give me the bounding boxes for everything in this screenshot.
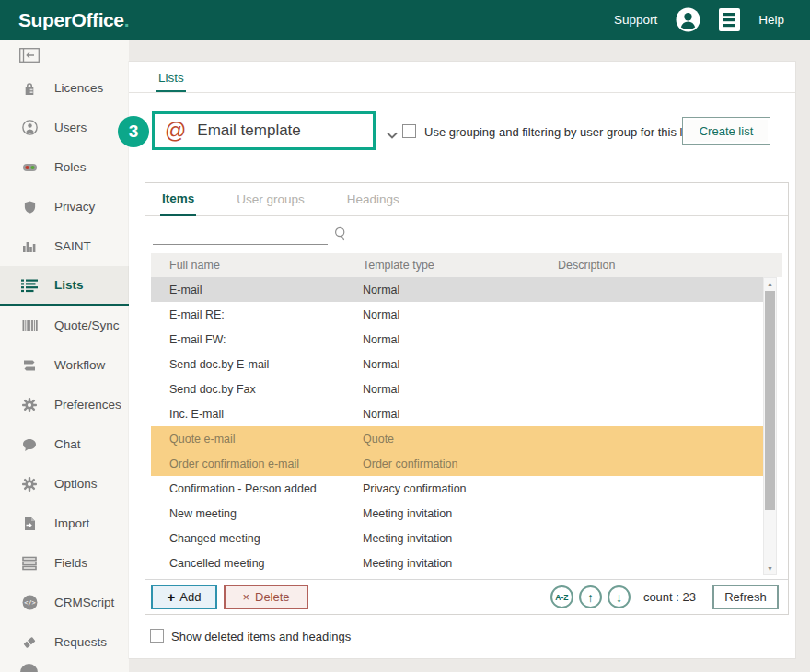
cell-full-name: Inc. E-mail xyxy=(169,408,363,421)
sidebar-item-import[interactable]: Import xyxy=(0,504,129,543)
sidebar-item-chat[interactable]: Chat xyxy=(0,424,129,464)
tab-user-groups[interactable]: User groups xyxy=(235,183,307,215)
cell-full-name: New meeting xyxy=(169,507,363,520)
ticket-icon xyxy=(20,635,39,650)
sidebar-item-licences[interactable]: Licences xyxy=(0,68,129,108)
sidebar-item-users[interactable]: Users xyxy=(0,108,129,147)
sidebar-item-label: Quote/Sync xyxy=(54,319,120,332)
search-row xyxy=(145,216,788,253)
cell-full-name: Cancelled meeting xyxy=(169,557,363,570)
sidebar-item-privacy[interactable]: Privacy xyxy=(0,187,129,226)
sidebar-item-roles[interactable]: Roles xyxy=(0,147,129,187)
table-row[interactable]: Order confirmation e-mail Order confirma… xyxy=(151,451,763,476)
grouping-checkbox[interactable] xyxy=(402,124,416,138)
column-header-full-name: Full name xyxy=(169,259,363,272)
list-selector-dropdown[interactable]: @ Email template xyxy=(152,111,376,150)
signpost-icon xyxy=(20,358,39,373)
sidebar-item-preferences[interactable]: Preferences xyxy=(0,385,129,424)
column-header-description: Description xyxy=(558,259,782,272)
table-row[interactable]: Send doc.by Fax Normal xyxy=(151,377,763,401)
cell-template-type: Quote xyxy=(363,433,558,446)
sidebar-item-requests[interactable]: Requests xyxy=(0,622,129,662)
sidebar-item-label: Roles xyxy=(54,160,87,174)
cell-full-name: Confirmation - Person added xyxy=(169,482,363,495)
menu-icon[interactable] xyxy=(719,8,740,31)
sidebar-item-quote-sync[interactable]: Quote/Sync xyxy=(0,306,129,345)
support-link[interactable]: Support xyxy=(614,13,657,27)
sidebar-collapse-icon[interactable] xyxy=(19,48,40,63)
tab-lists[interactable]: Lists xyxy=(156,71,186,92)
sidebar: Licences Users Roles Privacy SAINT Lists… xyxy=(0,40,129,672)
cell-template-type: Meeting invitation xyxy=(363,557,558,570)
cell-full-name: Quote e-mail xyxy=(169,433,363,446)
sidebar-item-fields[interactable]: Fields xyxy=(0,543,129,583)
table-body: E-mail Normal E-mail RE: Normal E-mail F… xyxy=(151,277,782,575)
step-3-badge: 3 xyxy=(118,116,149,147)
cell-full-name: Send doc.by Fax xyxy=(169,383,363,396)
barcode-icon xyxy=(20,319,39,332)
table-row[interactable]: New meeting Meeting invitation xyxy=(151,501,763,526)
tab-items[interactable]: Items xyxy=(160,183,196,216)
scroll-up-icon[interactable]: ▲ xyxy=(764,278,776,290)
cell-template-type: Normal xyxy=(363,408,558,421)
grouping-checkbox-label: Use grouping and filtering by user group… xyxy=(424,125,694,139)
cell-template-type: Normal xyxy=(363,383,558,396)
toggle-icon xyxy=(20,160,39,175)
table-row[interactable]: Cancelled meeting Meeting invitation xyxy=(151,550,763,575)
scrollbar-thumb[interactable] xyxy=(765,291,775,510)
move-up-button[interactable]: ↑ xyxy=(579,585,602,608)
top-bar: SuperOffice. Support Help xyxy=(0,0,810,40)
table-row[interactable]: E-mail Normal xyxy=(151,277,763,302)
delete-button-label: Delete xyxy=(255,590,290,604)
gear-icon xyxy=(20,398,39,412)
add-button-label: Add xyxy=(179,590,201,604)
sidebar-item-lists[interactable]: Lists xyxy=(0,266,129,306)
cell-template-type: Normal xyxy=(363,358,558,371)
table-row[interactable]: E-mail FW: Normal xyxy=(151,327,763,352)
table-header: Full name Template type Description xyxy=(151,253,782,277)
cell-template-type: Order confirmation xyxy=(363,458,558,470)
refresh-button[interactable]: Refresh xyxy=(712,585,779,609)
chevron-down-icon[interactable] xyxy=(386,127,399,144)
table-row[interactable]: Confirmation - Person added Privacy conf… xyxy=(151,476,763,501)
help-link[interactable]: Help xyxy=(758,13,784,27)
sidebar-item-label: SAINT xyxy=(54,239,91,253)
user-account-icon[interactable] xyxy=(676,7,700,32)
shield-icon xyxy=(20,200,39,214)
sort-az-button[interactable]: A-Z xyxy=(550,585,573,608)
code-circle-icon: </> xyxy=(20,595,39,610)
table-row[interactable]: Changed meeting Meeting invitation xyxy=(151,526,763,550)
cell-full-name: Order confirmation e-mail xyxy=(169,458,363,470)
create-list-button[interactable]: Create list xyxy=(682,117,770,145)
vertical-scrollbar[interactable]: ▲ ▼ xyxy=(763,277,777,575)
table-row[interactable]: Inc. E-mail Normal xyxy=(151,401,763,426)
sidebar-item-saint[interactable]: SAINT xyxy=(0,226,129,266)
add-button[interactable]: + Add xyxy=(151,585,217,609)
sidebar-item-workflow[interactable]: Workflow xyxy=(0,345,129,385)
stacked-fields-icon xyxy=(20,556,39,571)
sidebar-item-label: Requests xyxy=(54,635,107,649)
move-down-button[interactable]: ↓ xyxy=(608,585,631,608)
table-row[interactable]: E-mail RE: Normal xyxy=(151,302,763,327)
delete-button[interactable]: × Delete xyxy=(224,585,308,609)
list-detail-panel: Items User groups Headings Full name Tem… xyxy=(145,182,789,615)
sidebar-item-label: Privacy xyxy=(54,200,95,214)
search-input[interactable] xyxy=(153,225,328,245)
sidebar-item-label: Workflow xyxy=(54,358,105,372)
cell-template-type: Meeting invitation xyxy=(363,532,558,545)
count-label: count : 23 xyxy=(643,590,696,604)
sidebar-item-options[interactable]: Options xyxy=(0,464,129,504)
table-row[interactable]: Send doc.by E-mail Normal xyxy=(151,352,763,377)
scroll-down-icon[interactable]: ▼ xyxy=(764,562,776,574)
sidebar-item-crmscript[interactable]: </> CRMScript xyxy=(0,583,129,622)
list-toolbar: + Add × Delete A-Z ↑ ↓ count : 23 Refres… xyxy=(145,579,788,614)
page-tab-bar: Lists xyxy=(129,62,795,93)
table-row[interactable]: Quote e-mail Quote xyxy=(151,426,763,451)
x-icon: × xyxy=(242,590,249,604)
cell-template-type: Privacy confirmation xyxy=(363,482,558,495)
detail-tab-bar: Items User groups Headings xyxy=(145,183,788,216)
show-deleted-checkbox[interactable] xyxy=(150,629,164,643)
list-selector-value: Email template xyxy=(197,122,300,140)
tab-headings[interactable]: Headings xyxy=(345,183,401,215)
at-icon: @ xyxy=(165,121,186,142)
